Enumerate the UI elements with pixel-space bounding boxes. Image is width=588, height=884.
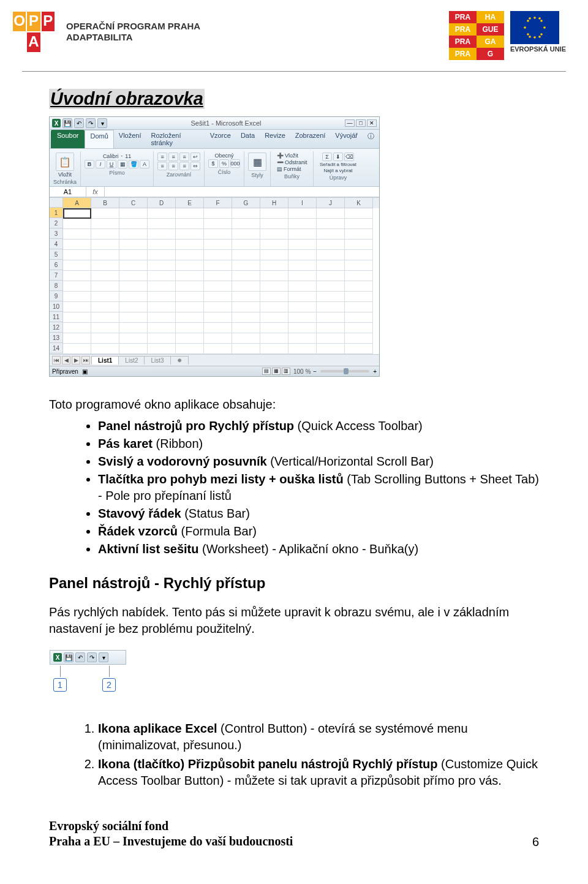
excel-app-icon[interactable]: X — [52, 119, 61, 127]
clear-icon[interactable]: ⌫ — [344, 153, 354, 161]
font-color-icon[interactable]: A — [140, 160, 149, 168]
tab-file[interactable]: Soubor — [51, 130, 85, 148]
save-icon[interactable]: 💾 — [62, 118, 72, 128]
tab-home[interactable]: Domů — [85, 130, 113, 148]
select-all-corner[interactable] — [50, 197, 63, 208]
row-header[interactable]: 14 — [50, 343, 63, 353]
number-format[interactable]: Obecný — [215, 153, 234, 159]
zoom-value[interactable]: 100 % — [293, 368, 311, 375]
tab-review[interactable]: Revize — [260, 130, 290, 148]
col-header[interactable]: I — [288, 198, 317, 208]
comma-icon[interactable]: 000 — [230, 159, 240, 168]
formula-input[interactable] — [105, 187, 379, 197]
align-center-icon[interactable]: ≡ — [168, 162, 178, 170]
autosum-icon[interactable]: Σ — [322, 153, 332, 161]
row-header[interactable]: 6 — [50, 260, 63, 270]
insert-cell[interactable]: ➕ Vložit — [277, 153, 299, 159]
view-layout-icon[interactable]: ▦ — [272, 368, 281, 375]
align-bot-icon[interactable]: ≡ — [179, 153, 189, 161]
qat-customize-icon[interactable]: ▾ — [97, 118, 107, 128]
tab-developer[interactable]: Vývojář — [330, 130, 363, 148]
wrap-text-icon[interactable]: ↩ — [190, 153, 200, 161]
tab-view[interactable]: Zobrazení — [290, 130, 331, 148]
col-header[interactable]: H — [260, 198, 288, 208]
align-right-icon[interactable]: ≡ — [179, 162, 189, 170]
row-header[interactable]: 7 — [50, 270, 63, 281]
close-icon[interactable]: ✕ — [367, 119, 377, 127]
sheet-nav-last-icon[interactable]: ⏭ — [81, 356, 90, 365]
col-header[interactable]: K — [345, 198, 373, 208]
col-header[interactable]: B — [91, 198, 119, 208]
underline-icon[interactable]: U — [107, 160, 116, 168]
col-header[interactable]: E — [176, 198, 204, 208]
sheet-nav-prev-icon[interactable]: ◀ — [62, 356, 70, 365]
maximize-icon[interactable]: □ — [356, 119, 366, 127]
svg-point-1 — [533, 36, 536, 39]
sheet-tab-2[interactable]: List2 — [118, 356, 145, 365]
row-header[interactable]: 8 — [50, 281, 63, 291]
align-left-icon[interactable]: ≡ — [157, 162, 167, 170]
sheet-nav-first-icon[interactable]: ⏮ — [52, 356, 61, 365]
col-header[interactable]: F — [204, 198, 232, 208]
tab-formulas[interactable]: Vzorce — [205, 130, 236, 148]
view-normal-icon[interactable]: ▤ — [262, 368, 271, 375]
row-header[interactable]: 11 — [50, 312, 63, 322]
delete-cell[interactable]: ➖ Odstranit — [277, 159, 307, 165]
zoom-in-icon[interactable]: + — [373, 368, 377, 375]
cell-styles-icon[interactable]: ▦ — [248, 153, 266, 171]
col-header[interactable]: C — [119, 198, 148, 208]
row-header[interactable]: 12 — [50, 322, 63, 333]
redo-icon[interactable]: ↷ — [86, 118, 96, 128]
col-header[interactable]: A — [63, 198, 91, 208]
sort-filter[interactable]: Seřadit a filtrovat — [320, 162, 356, 167]
view-break-icon[interactable]: ▥ — [282, 368, 290, 375]
macro-icon[interactable]: ▣ — [82, 368, 88, 375]
tab-layout[interactable]: Rozložení stránky — [146, 130, 205, 148]
minimize-icon[interactable]: — — [345, 119, 355, 127]
sheet-tab-1[interactable]: List1 — [91, 356, 119, 365]
new-sheet-icon[interactable]: ✸ — [170, 356, 189, 365]
currency-icon[interactable]: $ — [208, 159, 218, 168]
bold-icon[interactable]: B — [85, 160, 94, 168]
zoom-slider[interactable] — [320, 370, 369, 372]
fx-icon[interactable]: fx — [86, 187, 105, 197]
col-header[interactable]: D — [148, 198, 176, 208]
row-header[interactable]: 13 — [50, 333, 63, 343]
editing-label: Úpravy — [330, 175, 347, 181]
undo-icon[interactable]: ↶ — [74, 118, 84, 128]
tab-data[interactable]: Data — [236, 130, 260, 148]
row-header[interactable]: 2 — [50, 218, 63, 229]
align-mid-icon[interactable]: ≡ — [168, 153, 178, 161]
row-header[interactable]: 10 — [50, 301, 63, 312]
find-select[interactable]: Najít a vybrat — [323, 168, 352, 173]
align-top-icon[interactable]: ≡ — [157, 153, 167, 161]
fill-color-icon[interactable]: 🪣 — [129, 160, 138, 168]
font-size[interactable]: 11 — [125, 153, 131, 159]
row-header[interactable]: 9 — [50, 291, 63, 301]
name-box[interactable]: A1 — [50, 187, 86, 197]
callout-number: 2 — [102, 678, 116, 692]
row-header[interactable]: 1 — [50, 208, 63, 218]
percent-icon[interactable]: % — [219, 159, 229, 168]
sheet-nav-next-icon[interactable]: ▶ — [72, 356, 80, 365]
paste-button[interactable]: 📋 — [56, 153, 74, 171]
merge-icon[interactable]: ⇔ — [190, 162, 200, 170]
fill-icon[interactable]: ⬇ — [333, 153, 343, 161]
cell-a1[interactable] — [63, 208, 91, 219]
format-cell[interactable]: ▤ Formát — [277, 166, 301, 172]
border-icon[interactable]: ▦ — [118, 160, 127, 168]
col-header[interactable]: G — [232, 198, 260, 208]
sheet-tab-3[interactable]: List3 — [144, 356, 170, 365]
col-header[interactable]: J — [317, 198, 345, 208]
zoom-out-icon[interactable]: − — [313, 368, 317, 375]
grid-rows[interactable] — [63, 208, 379, 354]
page-number: 6 — [532, 835, 539, 849]
row-header[interactable]: 3 — [50, 229, 63, 239]
row-header[interactable]: 4 — [50, 239, 63, 249]
tab-insert[interactable]: Vložení — [114, 130, 146, 148]
font-name[interactable]: Calibri — [103, 153, 119, 159]
italic-icon[interactable]: I — [96, 160, 105, 168]
styles-label: Styly — [251, 172, 263, 178]
row-header[interactable]: 5 — [50, 249, 63, 260]
ribbon-help-icon[interactable]: ⓘ — [363, 130, 379, 148]
